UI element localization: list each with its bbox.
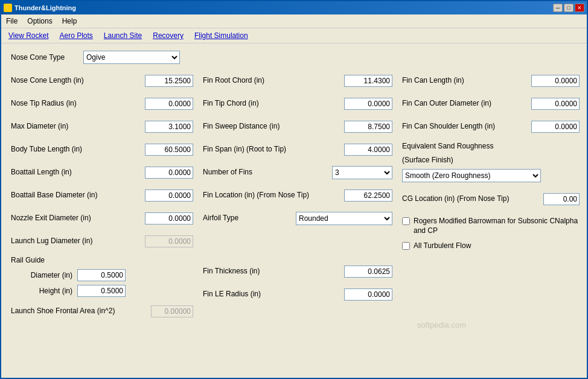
surface-finish-select[interactable]: Smooth (Zero Roughness) Polished Paint U… — [402, 169, 541, 182]
rail-guide-section: Rail Guide Diameter (in) Height (in) — [11, 256, 193, 297]
boattail-base-diameter-input[interactable] — [145, 190, 193, 202]
cg-location-label: CG Location (in) (From Nose Tip) — [402, 194, 543, 204]
rail-guide-height-label: Height (in) — [17, 287, 77, 295]
fin-span-label: Fin Span (in) (Root to Tip) — [203, 145, 344, 154]
right-column: Fin Can Length (in) Fin Can Outer Diamet… — [397, 72, 584, 326]
max-diameter-row: Max Diameter (in) — [11, 118, 193, 135]
cg-location-input[interactable] — [543, 193, 580, 205]
fin-root-chord-input[interactable] — [344, 75, 392, 87]
main-window: ⚡ Thunder&Lightning ─ □ ✕ File Options H… — [0, 0, 588, 379]
fin-tip-chord-input[interactable] — [344, 98, 392, 110]
fin-thickness-row: Fin Thickness (in) — [203, 263, 392, 280]
boattail-length-input[interactable] — [145, 167, 193, 179]
airfoil-type-row: Airfoil Type Rounded NACA 4-digit Flat D… — [203, 210, 392, 227]
close-button[interactable]: ✕ — [575, 4, 584, 12]
nose-cone-type-label: Nose Cone Type — [11, 53, 77, 62]
fin-can-shoulder-length-input[interactable] — [531, 121, 580, 133]
main-content: Nose Cone Type Ogive Conical Parabolic P… — [1, 43, 587, 378]
maximize-button[interactable]: □ — [564, 4, 574, 12]
nose-cone-length-label: Nose Cone Length (in) — [11, 76, 145, 86]
all-turbulent-flow-checkbox[interactable] — [402, 242, 410, 250]
boattail-length-row: Boattail Length (in) — [11, 164, 193, 181]
fin-can-outer-diameter-label: Fin Can Outer Diameter (in) — [402, 99, 531, 109]
boattail-length-label: Boattail Length (in) — [11, 168, 145, 177]
all-turbulent-flow-row: All Turbulent Flow — [402, 241, 580, 251]
launch-shoe-label: Launch Shoe Frontal Area (in^2) — [11, 307, 151, 316]
fin-can-length-label: Fin Can Length (in) — [402, 76, 531, 86]
max-diameter-input[interactable] — [145, 121, 193, 133]
title-bar-left: ⚡ Thunder&Lightning — [4, 4, 76, 12]
launch-lug-diameter-row: Launch Lug Diameter (in) — [11, 233, 193, 250]
fin-can-outer-diameter-row: Fin Can Outer Diameter (in) — [402, 95, 580, 112]
rogers-barrowman-row: Rogers Modified Barrowman for Subsonic C… — [402, 216, 580, 237]
fin-can-outer-diameter-input[interactable] — [531, 98, 580, 110]
fin-sweep-distance-row: Fin Sweep Distance (in) — [203, 118, 392, 135]
nozzle-exit-diameter-input[interactable] — [145, 212, 193, 225]
menu-file[interactable]: File — [1, 16, 22, 27]
fin-tip-chord-label: Fin Tip Chord (in) — [203, 99, 344, 109]
left-column: Nose Cone Length (in) Nose Tip Radius (i… — [11, 72, 198, 326]
fin-can-shoulder-length-label: Fin Can Shoulder Length (in) — [402, 122, 531, 132]
nose-cone-length-input[interactable] — [145, 75, 193, 87]
fin-le-radius-input[interactable] — [344, 288, 392, 301]
fin-location-input[interactable] — [344, 190, 392, 202]
fin-sweep-distance-input[interactable] — [344, 121, 392, 133]
airfoil-type-select[interactable]: Rounded NACA 4-digit Flat Double Wedge H… — [296, 212, 392, 225]
body-tube-length-input[interactable] — [145, 144, 193, 156]
minimize-button[interactable]: ─ — [553, 4, 563, 12]
launch-shoe-row: Launch Shoe Frontal Area (in^2) — [11, 303, 193, 320]
nav-flight-simulation[interactable]: Flight Simulation — [190, 30, 253, 41]
fin-location-row: Fin Location (in) (From Nose Tip) — [203, 187, 392, 204]
fin-le-radius-label: Fin LE Radius (in) — [203, 290, 344, 299]
form-grid: Nose Cone Length (in) Nose Tip Radius (i… — [11, 72, 577, 326]
surface-finish-label2: (Surface Finish) — [402, 155, 580, 165]
menu-help[interactable]: Help — [57, 16, 82, 27]
nose-cone-type-select[interactable]: Ogive Conical Parabolic Power Series Haa… — [83, 51, 180, 64]
num-fins-row: Number of Fins 2 3 4 5 6 — [203, 164, 392, 181]
launch-shoe-input[interactable] — [151, 305, 193, 317]
rail-guide-diameter-input[interactable] — [77, 269, 126, 281]
fin-sweep-distance-label: Fin Sweep Distance (in) — [203, 122, 344, 132]
fin-tip-chord-row: Fin Tip Chord (in) — [203, 95, 392, 112]
rogers-barrowman-label: Rogers Modified Barrowman for Subsonic C… — [414, 216, 580, 237]
body-tube-length-label: Body Tube Length (in) — [11, 145, 145, 154]
fin-can-length-row: Fin Can Length (in) — [402, 72, 580, 89]
nose-tip-radius-row: Nose Tip Radius (in) — [11, 95, 193, 112]
nose-cone-length-row: Nose Cone Length (in) — [11, 72, 193, 89]
rail-guide-diameter-row: Diameter (in) — [11, 269, 193, 281]
body-tube-length-row: Body Tube Length (in) — [11, 141, 193, 158]
num-fins-select[interactable]: 2 3 4 5 6 — [332, 166, 392, 179]
nozzle-exit-diameter-label: Nozzle Exit Diameter (in) — [11, 214, 145, 223]
nav-recovery[interactable]: Recovery — [148, 30, 188, 41]
fin-span-input[interactable] — [344, 144, 392, 156]
num-fins-label: Number of Fins — [203, 168, 332, 177]
title-controls: ─ □ ✕ — [553, 4, 584, 12]
rail-guide-diameter-label: Diameter (in) — [17, 271, 77, 279]
launch-lug-diameter-label: Launch Lug Diameter (in) — [11, 237, 145, 246]
nav-aero-plots[interactable]: Aero Plots — [54, 30, 97, 41]
boattail-base-diameter-row: Boattail Base Diameter (in) — [11, 187, 193, 204]
nose-tip-radius-label: Nose Tip Radius (in) — [11, 99, 145, 109]
fin-thickness-input[interactable] — [344, 266, 392, 278]
launch-lug-diameter-input[interactable] — [145, 235, 193, 247]
nose-cone-type-row: Nose Cone Type Ogive Conical Parabolic P… — [11, 51, 577, 64]
menu-bar: File Options Help — [1, 14, 587, 28]
nozzle-exit-diameter-row: Nozzle Exit Diameter (in) — [11, 210, 193, 227]
surface-finish-section: Equivalent Sand Roughness (Surface Finis… — [402, 141, 580, 182]
rail-guide-label: Rail Guide — [11, 256, 193, 266]
menu-options[interactable]: Options — [22, 16, 57, 27]
max-diameter-label: Max Diameter (in) — [11, 122, 145, 132]
rogers-barrowman-checkbox[interactable] — [402, 217, 410, 225]
boattail-base-diameter-label: Boattail Base Diameter (in) — [11, 191, 145, 200]
rail-guide-height-row: Height (in) — [11, 285, 193, 297]
fin-can-shoulder-length-row: Fin Can Shoulder Length (in) — [402, 118, 580, 135]
surface-finish-label1: Equivalent Sand Roughness — [402, 141, 580, 151]
window-title: Thunder&Lightning — [14, 4, 76, 11]
nose-tip-radius-input[interactable] — [145, 98, 193, 110]
nav-launch-site[interactable]: Launch Site — [99, 30, 147, 41]
rail-guide-height-input[interactable] — [77, 285, 126, 297]
cg-location-section: CG Location (in) (From Nose Tip) — [402, 191, 580, 208]
nav-view-rocket[interactable]: View Rocket — [4, 30, 53, 41]
fin-can-length-input[interactable] — [531, 75, 580, 87]
fin-root-chord-row: Fin Root Chord (in) — [203, 72, 392, 89]
